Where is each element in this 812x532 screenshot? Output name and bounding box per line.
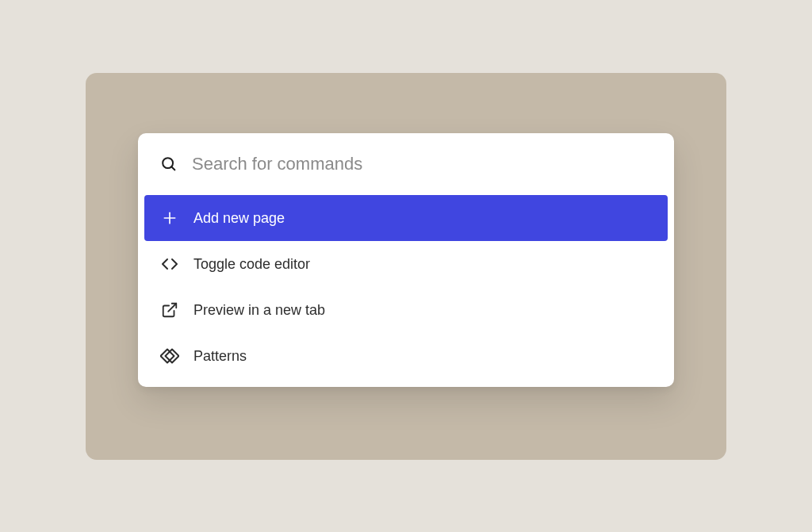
command-label: Add new page: [193, 210, 285, 227]
svg-line-1: [171, 166, 174, 170]
search-input[interactable]: [192, 154, 652, 174]
command-patterns[interactable]: Patterns: [144, 333, 668, 379]
search-row: [138, 133, 674, 195]
external-link-icon: [160, 300, 179, 320]
command-add-new-page[interactable]: Add new page: [144, 195, 668, 241]
command-label: Toggle code editor: [193, 256, 310, 273]
plus-icon: [160, 209, 179, 228]
patterns-icon: [160, 346, 179, 366]
svg-line-4: [168, 304, 176, 312]
command-palette: Add new page Toggle code editor: [138, 133, 674, 387]
svg-rect-6: [166, 350, 179, 363]
command-toggle-code-editor[interactable]: Toggle code editor: [144, 241, 668, 287]
search-icon: [160, 155, 178, 173]
code-icon: [160, 255, 179, 274]
svg-rect-5: [161, 350, 174, 363]
command-list: Add new page Toggle code editor: [138, 195, 674, 379]
background-panel: Add new page Toggle code editor: [86, 73, 726, 460]
command-preview-new-tab[interactable]: Preview in a new tab: [144, 287, 668, 333]
command-label: Preview in a new tab: [193, 302, 325, 319]
command-label: Patterns: [193, 348, 247, 365]
